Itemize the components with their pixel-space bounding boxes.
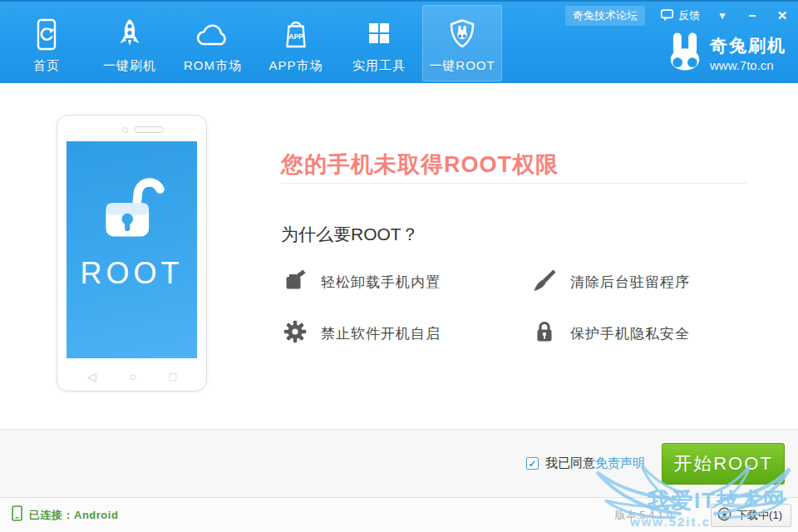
screen-root-text: ROOT [81, 256, 184, 291]
nav-tab-label: APP市场 [268, 58, 323, 74]
nav-tab-home[interactable]: 首页 [7, 5, 86, 81]
speech-bubble-icon [660, 8, 674, 24]
disclaimer-link[interactable]: 免责声明 [595, 456, 645, 470]
nav-tab-label: 一键刷机 [103, 58, 156, 74]
feature-label: 禁止软件开机自启 [321, 324, 441, 343]
action-bar: ✓ 我已同意免责声明 开始ROOT [0, 429, 798, 497]
home-refresh-icon [28, 15, 65, 55]
feature-label: 清除后台驻留程序 [570, 273, 690, 292]
phone-illustration: ROOT ◁ ○ □ [57, 115, 207, 392]
agree-label: 我已同意 [545, 456, 595, 470]
app-window: 首页 一键刷机 [0, 0, 798, 532]
open-padlock-icon [92, 171, 172, 251]
feature-uninstall: 轻松卸载手机内置 [283, 268, 499, 296]
rabbit-logo-icon [667, 32, 702, 74]
phone-camera-dot [122, 127, 128, 133]
nav-tab-app-market[interactable]: APP APP市场 [256, 5, 336, 81]
checkmark-icon: ✓ [528, 459, 536, 469]
start-root-button[interactable]: 开始ROOT [662, 443, 785, 485]
nav-tab-rom-market[interactable]: ROM市场 [173, 5, 253, 81]
why-root-heading: 为什么要ROOT？ [281, 223, 419, 246]
grid-tools-icon [361, 15, 397, 55]
nav-tab-tools[interactable]: 实用工具 [339, 5, 419, 81]
title-divider [281, 183, 746, 184]
phone-screen: ROOT [66, 141, 197, 358]
cloud-icon [191, 15, 234, 55]
feature-clean: 清除后台驻留程序 [532, 268, 748, 296]
nav-tab-label: 一键ROOT [429, 58, 495, 74]
main-nav: 首页 一键刷机 [7, 5, 502, 81]
rocket-icon [111, 15, 148, 55]
minimize-button[interactable]: – [745, 12, 760, 20]
phone-home-icon: ○ [129, 370, 135, 383]
header: 首页 一键刷机 [0, 0, 798, 83]
download-icon [717, 507, 732, 524]
nav-tab-label: ROM市场 [184, 58, 242, 74]
app-bag-icon: APP [278, 15, 314, 55]
brush-icon [532, 268, 557, 296]
version-text: 版本:5.4.1.0 [615, 508, 672, 523]
feature-list: 轻松卸载手机内置 清除后台驻留程序 [283, 268, 748, 347]
agree-row: ✓ 我已同意免责声明 [526, 456, 645, 471]
lock-icon [532, 319, 557, 347]
feature-label: 保护手机隐私安全 [570, 324, 690, 343]
feedback-button[interactable]: 反馈 [660, 8, 700, 24]
feature-label: 轻松卸载手机内置 [321, 273, 441, 292]
nav-tab-flash[interactable]: 一键刷机 [90, 5, 170, 81]
page-title: 您的手机未取得ROOT权限 [281, 150, 559, 180]
feature-autostart: 禁止软件开机自启 [283, 319, 499, 347]
download-button[interactable]: 下载中(1) [711, 504, 791, 527]
phone-back-icon: ◁ [87, 370, 96, 383]
connected-phone-icon [12, 505, 22, 525]
titlebar-controls: 奇兔技术论坛 反馈 ▼ – ✕ [565, 6, 790, 26]
agree-checkbox[interactable]: ✓ [526, 457, 539, 470]
status-bar: 已连接：Android 版本:5.4.1.0 下载中(1) [0, 497, 798, 532]
main-content: ROOT ◁ ○ □ 您的手机未取得ROOT权限 为什么要ROOT？ [0, 83, 798, 429]
uninstall-icon [283, 268, 308, 296]
download-label: 下载中(1) [736, 508, 782, 523]
status-right: 版本:5.4.1.0 下载中(1) [615, 504, 791, 527]
phone-recent-icon: □ [170, 370, 176, 383]
logo-title: 奇兔刷机 [710, 34, 786, 57]
nav-tab-label: 实用工具 [352, 58, 406, 74]
phone-speaker-slot [134, 126, 164, 133]
nav-tab-root[interactable]: 一键ROOT [422, 5, 502, 81]
logo-url: www.7to.cn [710, 58, 786, 72]
feature-privacy: 保护手机隐私安全 [532, 319, 748, 347]
connection-status: 已连接：Android [12, 505, 118, 525]
app-logo: 奇兔刷机 www.7to.cn [667, 32, 786, 74]
phone-nav-buttons: ◁ ○ □ [57, 370, 206, 383]
forum-button[interactable]: 奇兔技术论坛 [565, 6, 645, 26]
svg-text:APP: APP [288, 32, 303, 41]
dropdown-caret-icon[interactable]: ▼ [715, 10, 730, 22]
shield-rabbit-icon [444, 15, 480, 55]
feedback-label: 反馈 [678, 8, 700, 23]
close-button[interactable]: ✕ [775, 8, 790, 23]
connection-text: 已连接：Android [29, 508, 118, 523]
nav-tab-label: 首页 [33, 58, 60, 74]
gear-icon [283, 319, 308, 347]
